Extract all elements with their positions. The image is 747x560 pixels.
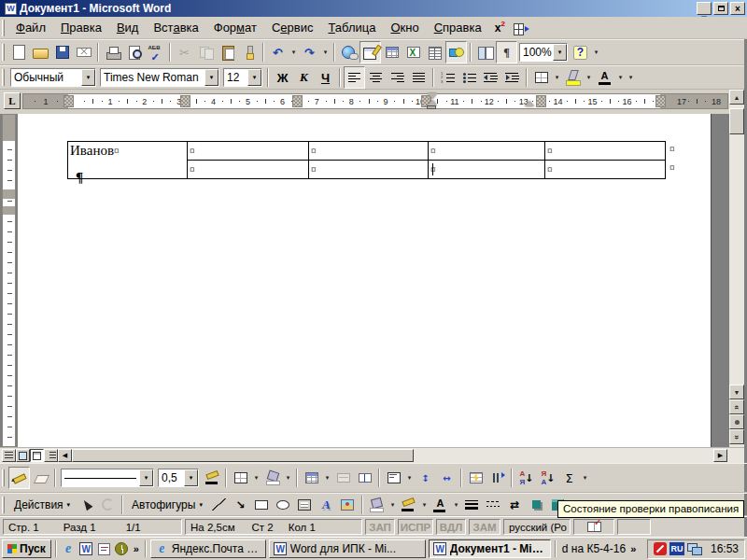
line-button[interactable] xyxy=(208,494,230,516)
table-cell[interactable]: ¤ xyxy=(429,161,545,178)
font-color-button-dropdown[interactable]: ▾ xyxy=(451,495,461,515)
tables-borders-button[interactable] xyxy=(359,41,381,63)
highlight-button-dropdown[interactable]: ▾ xyxy=(584,67,594,88)
previous-page-button[interactable]: « xyxy=(729,399,744,414)
status-mode-ext[interactable]: ВДЛ xyxy=(436,519,466,535)
distribute-rows-button[interactable]: ↕ xyxy=(415,467,436,489)
help-button-dropdown[interactable]: ▾ xyxy=(591,42,601,63)
paste-button[interactable] xyxy=(217,41,238,63)
menu-item-insert[interactable]: Вставка xyxy=(146,18,205,37)
line-style-button[interactable] xyxy=(461,494,483,516)
fill-color-button-dropdown[interactable]: ▾ xyxy=(388,495,398,515)
undo-button[interactable]: ↶ xyxy=(267,41,289,63)
shading-color-button-dropdown[interactable]: ▾ xyxy=(283,468,293,488)
first-line-indent-marker[interactable] xyxy=(428,93,437,99)
arrow-button[interactable]: ↘ xyxy=(230,494,251,516)
vertical-scrollbar[interactable]: ▲ ▼ « » xyxy=(729,90,744,448)
highlight-button[interactable] xyxy=(562,66,584,89)
document-table[interactable]: Иванов¤¤¤¤¤¤¤¤¤ xyxy=(67,141,666,179)
spelling-button[interactable] xyxy=(145,41,166,63)
right-indent-marker[interactable] xyxy=(525,101,534,106)
menu-item-tools[interactable]: Сервис xyxy=(264,18,321,37)
clipart-button[interactable] xyxy=(337,494,359,516)
quick-launch-ie[interactable]: e xyxy=(61,541,77,557)
cut-button[interactable]: ✂ xyxy=(174,41,195,63)
text-direction-button[interactable] xyxy=(486,467,508,489)
table-column-marker[interactable] xyxy=(655,95,666,107)
status-mode-rec[interactable]: ЗАП xyxy=(365,519,395,535)
menu-item-table[interactable]: Таблица xyxy=(320,18,383,37)
underline-button[interactable]: Ч xyxy=(315,66,336,89)
horizontal-scrollbar[interactable]: ◀ ▶ xyxy=(0,447,744,463)
format-painter-button[interactable] xyxy=(238,41,260,63)
document-map-button[interactable] xyxy=(474,41,496,63)
columns-button[interactable] xyxy=(424,41,445,63)
toolbar-options-button[interactable]: ▾ xyxy=(580,468,590,488)
toolbar-grip[interactable] xyxy=(2,497,5,513)
bold-button[interactable]: Ж xyxy=(272,66,293,89)
tab-selector-button[interactable]: L xyxy=(4,92,21,109)
scroll-left-button[interactable]: ◀ xyxy=(58,449,72,462)
bullet-list-button[interactable] xyxy=(458,66,480,89)
font-color-button[interactable]: А xyxy=(594,66,615,89)
line-color-button-dropdown[interactable]: ▾ xyxy=(419,495,430,515)
show-paragraph-button[interactable]: ¶ xyxy=(496,41,517,63)
insert-table-button[interactable] xyxy=(381,41,402,63)
line-color-button[interactable] xyxy=(398,494,419,516)
toolbar-grip[interactable] xyxy=(2,469,5,486)
eraser-button[interactable] xyxy=(30,467,51,489)
split-cells-button[interactable] xyxy=(354,467,375,489)
table-cell-merged[interactable]: Иванов¤ xyxy=(68,142,188,178)
copy-button[interactable] xyxy=(195,41,217,63)
line-weight-combo[interactable]: 0,5▾ xyxy=(158,469,199,487)
increase-indent-button[interactable] xyxy=(501,66,523,89)
outside-border-button-dropdown[interactable]: ▾ xyxy=(251,468,261,488)
language-indicator[interactable]: RU xyxy=(669,542,684,555)
start-button[interactable]: Пуск xyxy=(2,539,51,558)
menu-item-format[interactable]: Формат xyxy=(206,18,264,37)
textbox-button[interactable] xyxy=(294,494,316,516)
insert-table-button[interactable] xyxy=(301,467,322,489)
align-left-button[interactable] xyxy=(344,66,365,89)
sort-asc-button[interactable]: ↓ xyxy=(515,467,537,489)
menu-item-help[interactable]: Справка xyxy=(427,18,489,37)
quick-launch-chevron[interactable]: » xyxy=(132,543,141,554)
align-right-button[interactable] xyxy=(387,66,408,89)
normal-view-button[interactable] xyxy=(2,449,16,462)
print-layout-view-button[interactable] xyxy=(30,449,44,462)
table-column-marker[interactable] xyxy=(536,95,546,107)
left-indent-marker[interactable] xyxy=(427,105,436,109)
line-weight-combo-dropdown[interactable]: ▾ xyxy=(184,469,198,486)
status-mode-ovr[interactable]: ЗАМ xyxy=(469,519,500,535)
font-color-button[interactable]: А xyxy=(430,494,451,516)
mail-button[interactable] xyxy=(73,41,94,63)
toolbar-grip[interactable] xyxy=(2,20,5,36)
minimize-button[interactable]: _ xyxy=(697,2,712,15)
quick-launch-clock[interactable] xyxy=(114,541,130,557)
horizontal-scroll-thumb[interactable] xyxy=(72,449,414,462)
borders-button[interactable] xyxy=(530,66,552,89)
vertical-scroll-thumb[interactable] xyxy=(729,108,744,134)
table-autoformat-button[interactable] xyxy=(465,467,486,489)
zoom-combo[interactable]: 100%▾ xyxy=(519,43,568,62)
size-combo[interactable]: 12▾ xyxy=(223,68,262,87)
oval-button[interactable] xyxy=(273,494,294,516)
print-button[interactable] xyxy=(102,41,123,63)
quick-launch-notes[interactable] xyxy=(96,541,112,557)
help-button[interactable]: ? xyxy=(570,41,591,63)
table-column-marker[interactable] xyxy=(180,95,190,107)
task-button-2[interactable]: WWord для ИПК - Mi... xyxy=(269,539,426,558)
scroll-down-button[interactable]: ▼ xyxy=(729,385,744,399)
next-page-button[interactable]: » xyxy=(729,429,744,444)
table-cell[interactable]: ¤ xyxy=(309,142,429,161)
table-cell[interactable]: ¤ xyxy=(309,161,429,178)
scroll-up-button[interactable]: ▲ xyxy=(729,90,744,105)
outside-border-button[interactable] xyxy=(230,467,251,489)
status-mode-trk[interactable]: ИСПР xyxy=(398,519,433,535)
dash-style-button[interactable] xyxy=(483,494,504,516)
web-view-button[interactable] xyxy=(16,449,30,462)
cell-align-button-dropdown[interactable]: ▾ xyxy=(404,468,415,488)
font-combo-dropdown[interactable]: ▾ xyxy=(204,69,218,86)
undo-button-dropdown[interactable]: ▾ xyxy=(289,42,299,63)
toolbar-grip[interactable] xyxy=(2,44,5,61)
